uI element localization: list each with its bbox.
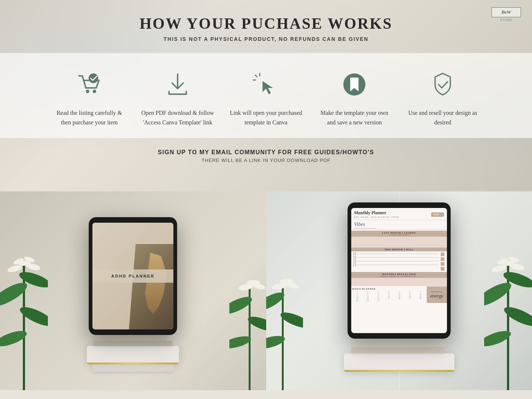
right-tablet-screen: Monthly Planner BIG WINS: WIN HABITS: FR…: [351, 208, 447, 333]
svg-point-1: [93, 89, 96, 93]
cursor-click-icon: [250, 68, 283, 101]
signup-section: SIGN UP TO MY EMAIL COMMUNITY FOR FREE G…: [7, 138, 525, 170]
step-3: Link will open your purchased template i…: [229, 68, 303, 127]
svg-point-30: [484, 279, 514, 310]
shield-check-icon: [426, 68, 459, 101]
section-1: LAST MONTH I LEARNT: [352, 232, 446, 234]
svg-point-8: [18, 303, 48, 329]
plant-left-icon: [0, 236, 48, 390]
plant-right-left-icon: [229, 250, 266, 390]
planner-vibes: Vibes: [354, 222, 444, 227]
svg-point-32: [491, 264, 507, 273]
steps-band: Read the listing carefully & then purcha…: [0, 53, 532, 138]
svg-line-5: [255, 75, 257, 77]
svg-point-9: [0, 279, 30, 310]
main-title: HOW YOUR PUCHASE WORKS: [7, 15, 525, 32]
step-4-text: Make the template your own and save a ne…: [318, 108, 391, 127]
left-tablet: ADHD PLANNER: [89, 217, 177, 335]
download-icon: [161, 68, 194, 101]
step-2-text: Open PDF download & follow 'Access Canva…: [141, 108, 215, 127]
section-2: THIS MONTH I WILL: [352, 248, 446, 251]
steps-container: Read the listing carefully & then purcha…: [45, 68, 487, 127]
signup-title: SIGN UP TO MY EMAIL COMMUNITY FOR FREE G…: [15, 149, 517, 156]
left-product-title: ADHD PLANNER: [95, 274, 170, 278]
signup-subtitle: THERE WILL BE A LINK IN YOUR DOWNLOAD PD…: [15, 158, 517, 163]
bottom-section: ADHD PLANNER: [0, 191, 532, 390]
svg-point-0: [86, 89, 89, 93]
step-3-text: Link will open your purchased template i…: [229, 108, 303, 127]
svg-point-2: [89, 73, 98, 83]
section-4: DAILY PLANNER: [352, 287, 426, 290]
energy-text: energy: [430, 293, 443, 299]
step-1: Read the listing carefully & then purcha…: [53, 68, 126, 127]
step-5: Use and resell your design as desired: [406, 68, 480, 127]
bottom-left-panel: ADHD PLANNER: [0, 191, 266, 390]
section-3: MONTHLY REFLECTION: [352, 273, 446, 275]
svg-point-11: [7, 264, 23, 273]
step-2: Open PDF download & follow 'Access Canva…: [141, 68, 215, 127]
planner-title: Monthly Planner: [354, 210, 399, 216]
subtitle: THIS IS NOT A PHYSICAL PRODUCT, NO REFUN…: [7, 36, 525, 42]
cart-check-icon: [73, 68, 106, 101]
plant-right-left-icon: [266, 250, 303, 390]
plant-far-right-icon: [484, 236, 532, 390]
svg-point-29: [502, 303, 532, 329]
bottom-right-panel: Monthly Planner BIG WINS: WIN HABITS: FR…: [266, 191, 532, 390]
top-section: BeW STORE HOW YOUR PUCHASE WORKS THIS IS…: [0, 0, 532, 191]
step-1-text: Read the listing carefully & then purcha…: [53, 108, 126, 127]
step-5-text: Use and resell your design as desired: [406, 108, 480, 127]
left-tablet-screen: ADHD PLANNER: [92, 223, 173, 329]
step-4: Make the template your own and save a ne…: [318, 68, 391, 127]
bookmark-circle-icon: [338, 68, 371, 101]
right-tablet: Monthly Planner BIG WINS: WIN HABITS: FR…: [348, 202, 451, 339]
